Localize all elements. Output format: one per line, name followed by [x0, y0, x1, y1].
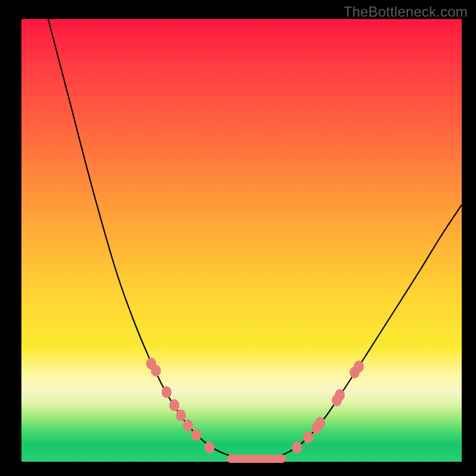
plot-area [21, 19, 462, 462]
data-point-bead [192, 429, 202, 441]
data-point-bead [162, 386, 172, 398]
beads-right-group [292, 361, 364, 453]
data-point-bead [292, 441, 302, 453]
data-point-bead [151, 365, 161, 377]
minimum-flat-bar [227, 455, 286, 463]
beads-left-group [146, 358, 215, 453]
watermark-text: TheBottleneck.com [343, 4, 468, 20]
data-point-bead [183, 419, 193, 431]
bottleneck-curve-svg [21, 19, 462, 462]
data-point-bead [205, 441, 215, 453]
data-point-bead [170, 399, 180, 411]
data-point-bead [303, 431, 314, 443]
curve-right [271, 205, 462, 458]
data-point-bead [315, 417, 325, 429]
data-point-bead [354, 361, 364, 372]
chart-frame: TheBottleneck.com [0, 0, 476, 476]
data-point-bead [176, 409, 186, 421]
data-point-bead [335, 389, 345, 401]
curve-left [48, 19, 240, 458]
